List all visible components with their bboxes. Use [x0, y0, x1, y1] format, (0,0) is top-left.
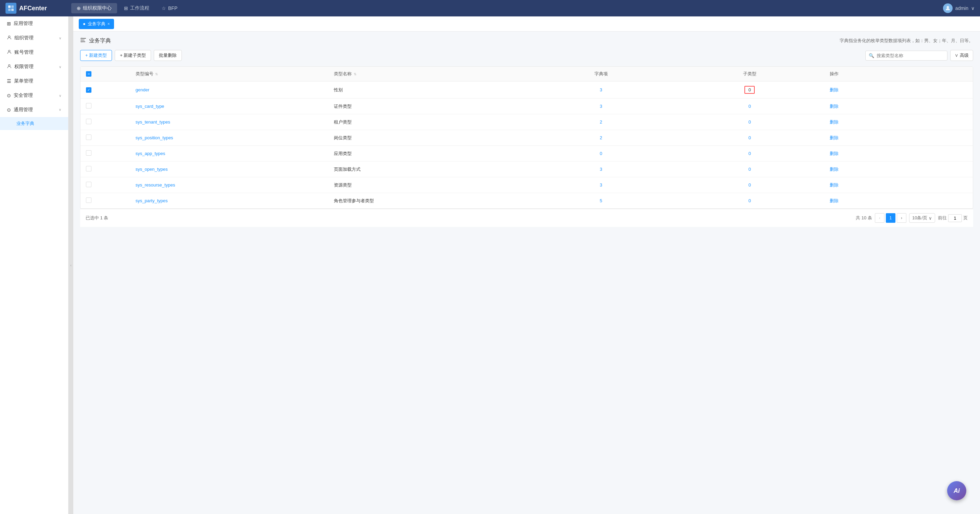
nav-org-rights-label: 组织权限中心 [83, 5, 111, 11]
svg-rect-1 [11, 5, 14, 8]
dict-items-link-6[interactable]: 3 [600, 167, 602, 172]
org-mgmt-icon [7, 35, 12, 41]
page-1-button[interactable]: 1 [886, 213, 896, 223]
type-code-link-6[interactable]: sys_open_types [135, 167, 168, 172]
general-mgmt-chevron: ∧ [59, 108, 61, 112]
sidebar-item-security-mgmt[interactable]: ⊙ 安全管理 ∨ [0, 88, 68, 103]
prev-page-button[interactable]: ‹ [875, 213, 885, 223]
sidebar-sub-item-business-dict[interactable]: 业务字典 [0, 117, 68, 130]
delete-button-5[interactable]: 删除 [830, 151, 838, 156]
dict-items-link-1[interactable]: 3 [600, 87, 602, 92]
delete-button-2[interactable]: 删除 [830, 104, 838, 109]
svg-rect-0 [8, 5, 11, 8]
sidebar-item-security-mgmt-label: 安全管理 [14, 92, 33, 98]
type-code-link-2[interactable]: sys_card_type [135, 104, 164, 109]
row-checkbox-3[interactable] [86, 119, 91, 124]
page-description: 字典指业务化的枚举类型数据项列表，如：男、女；年、月、日等。 [840, 38, 973, 44]
sub-type-link-5[interactable]: 0 [749, 151, 751, 156]
delete-button-8[interactable]: 删除 [830, 198, 838, 203]
sidebar-item-rights-mgmt[interactable]: 权限管理 ∨ [0, 60, 68, 74]
type-name-8: 角色管理参与者类型 [328, 193, 527, 209]
sort-icon-type-code[interactable]: ⇅ [155, 72, 158, 76]
svg-rect-8 [81, 38, 86, 39]
nav-item-workflow[interactable]: ⊞ 工作流程 [118, 3, 155, 13]
security-mgmt-chevron: ∨ [59, 94, 61, 98]
sidebar-item-general-mgmt[interactable]: ⊙ 通用管理 ∧ [0, 103, 68, 117]
page-label: 页 [963, 215, 968, 221]
batch-delete-button[interactable]: 批量删除 [154, 50, 182, 61]
table-row: sys_app_types应用类型00删除 [81, 146, 973, 162]
new-sub-type-button[interactable]: + 新建子类型 [115, 50, 151, 61]
sub-type-link-2[interactable]: 0 [749, 104, 751, 109]
type-code-link-7[interactable]: sys_resourse_types [135, 182, 175, 187]
sub-type-link-7[interactable]: 0 [749, 182, 751, 187]
dict-items-link-5[interactable]: 0 [600, 151, 602, 156]
app-logo[interactable]: AFCenter [5, 3, 60, 14]
user-dropdown-icon: ∨ [971, 5, 975, 11]
dict-items-link-2[interactable]: 3 [600, 104, 602, 109]
row-checkbox-1[interactable]: ✓ [86, 87, 91, 93]
user-menu[interactable]: admin ∨ [943, 3, 975, 13]
tab-label: 业务字典 [88, 21, 105, 27]
th-type-name: 类型名称 ⇅ [328, 67, 527, 81]
ai-assistant-button[interactable]: Ai [947, 481, 966, 500]
svg-point-4 [947, 6, 949, 9]
nav-item-org-rights[interactable]: ⊕ 组织权限中心 [71, 3, 117, 13]
advanced-search-button[interactable]: ∨ 高级 [950, 50, 973, 61]
main-layout: ⊞ 应用管理 组织管理 ∨ 账号管理 [0, 16, 980, 514]
row-checkbox-4[interactable] [86, 135, 91, 140]
dict-items-link-7[interactable]: 3 [600, 182, 602, 187]
tab-business-dict[interactable]: ● 业务字典 × [79, 19, 114, 29]
select-all-checkbox[interactable]: − [86, 71, 91, 77]
sidebar-item-account-mgmt[interactable]: 账号管理 [0, 45, 68, 60]
next-page-button[interactable]: › [897, 213, 906, 223]
tab-close-button[interactable]: × [108, 22, 110, 26]
sidebar-item-org-mgmt-label: 组织管理 [14, 35, 33, 41]
dict-items-link-3[interactable]: 2 [600, 119, 602, 125]
row-checkbox-2[interactable] [86, 103, 91, 108]
sidebar-item-app-mgmt[interactable]: ⊞ 应用管理 [0, 16, 68, 31]
table-body: ✓gender性别30删除sys_card_type证件类型30删除sys_te… [81, 81, 973, 209]
type-code-link-1[interactable]: gender [135, 87, 149, 92]
org-mgmt-chevron: ∨ [59, 36, 61, 40]
dict-items-link-4[interactable]: 2 [600, 135, 602, 140]
type-code-link-4[interactable]: sys_position_types [135, 135, 173, 140]
sidebar-item-org-mgmt[interactable]: 组织管理 ∨ [0, 31, 68, 45]
nav-item-bfp[interactable]: ☆ BFP [156, 3, 183, 13]
row-checkbox-5[interactable] [86, 150, 91, 156]
sort-icon-type-name[interactable]: ⇅ [354, 72, 356, 76]
type-code-link-8[interactable]: sys_party_types [135, 198, 168, 203]
per-page-chevron: ∨ [929, 216, 932, 221]
row-checkbox-7[interactable] [86, 182, 91, 187]
type-code-link-5[interactable]: sys_app_types [135, 151, 165, 156]
type-code-link-3[interactable]: sys_tenant_types [135, 119, 170, 125]
sub-type-link-6[interactable]: 0 [749, 167, 751, 172]
logo-icon [5, 3, 16, 14]
sub-type-link-3[interactable]: 0 [749, 119, 751, 125]
new-type-button[interactable]: + 新建类型 [80, 50, 112, 61]
selection-count: 已选中 1 条 [86, 215, 108, 221]
delete-button-1[interactable]: 删除 [830, 87, 838, 92]
sub-type-link-4[interactable]: 0 [749, 135, 751, 140]
app-title: AFCenter [19, 5, 47, 12]
sub-type-link-8[interactable]: 0 [749, 198, 751, 203]
sidebar-collapse-handle[interactable]: ‹ [68, 16, 73, 514]
sidebar-item-app-mgmt-label: 应用管理 [14, 21, 33, 27]
user-avatar [943, 3, 953, 13]
delete-button-4[interactable]: 删除 [830, 135, 838, 140]
row-checkbox-6[interactable] [86, 166, 91, 171]
dict-items-link-8[interactable]: 5 [600, 198, 602, 203]
tab-bar: ● 业务字典 × [73, 16, 980, 32]
search-input[interactable] [865, 51, 947, 60]
delete-button-3[interactable]: 删除 [830, 119, 838, 125]
goto-page-input[interactable] [948, 214, 962, 222]
page-content-area: 业务字典 字典指业务化的枚举类型数据项列表，如：男、女；年、月、日等。 + 新建… [73, 32, 980, 514]
sidebar-item-menu-mgmt[interactable]: ☰ 菜单管理 [0, 74, 68, 88]
sidebar-item-menu-mgmt-label: 菜单管理 [14, 78, 33, 84]
delete-button-7[interactable]: 删除 [830, 182, 838, 187]
delete-button-6[interactable]: 删除 [830, 167, 838, 172]
per-page-selector[interactable]: 10条/页 ∨ [909, 213, 935, 223]
general-mgmt-icon: ⊙ [7, 107, 11, 113]
row-checkbox-8[interactable] [86, 197, 91, 203]
th-type-code: 类型编号 ⇅ [130, 67, 328, 81]
